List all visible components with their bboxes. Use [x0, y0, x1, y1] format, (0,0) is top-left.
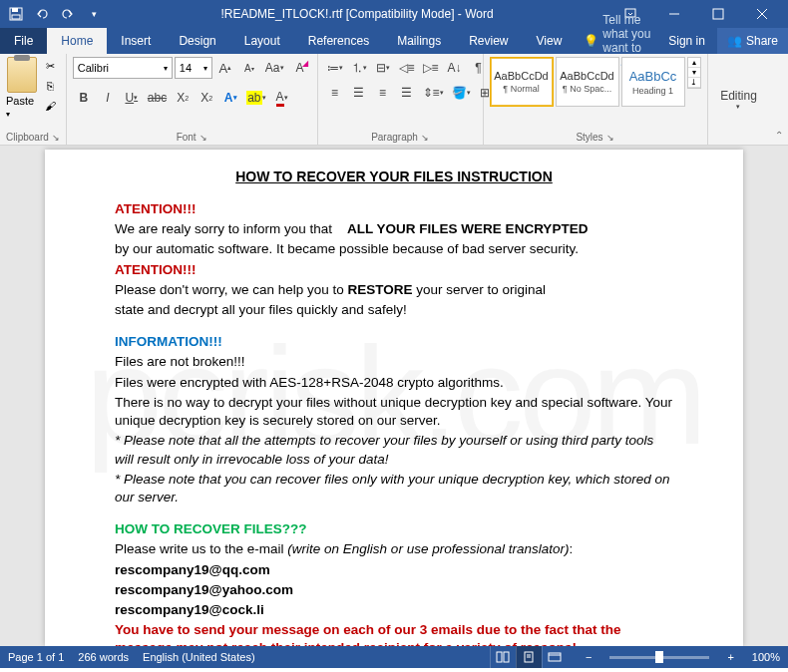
share-button[interactable]: 👥Share — [717, 28, 788, 54]
web-layout-icon[interactable] — [542, 646, 568, 668]
share-icon: 👥 — [727, 34, 742, 48]
shrink-font-icon[interactable]: A▾ — [238, 57, 260, 79]
subscript-button[interactable]: X2 — [172, 87, 194, 109]
save-icon[interactable] — [4, 2, 28, 26]
svg-rect-13 — [549, 653, 561, 661]
italic-button[interactable]: I — [97, 87, 119, 109]
svg-rect-8 — [497, 652, 502, 662]
increase-indent-icon[interactable]: ▷≡ — [420, 57, 442, 79]
decrease-indent-icon[interactable]: ◁≡ — [396, 57, 418, 79]
collapse-ribbon-icon[interactable]: ⌃ — [775, 130, 783, 141]
highlight-icon[interactable]: ab▾ — [243, 87, 268, 109]
justify-icon[interactable]: ☰ — [396, 82, 418, 104]
align-center-icon[interactable]: ☰ — [348, 82, 370, 104]
font-name-select[interactable]: Calibri▾ — [73, 57, 173, 79]
bullets-icon[interactable]: ≔▾ — [324, 57, 346, 79]
tab-mailings[interactable]: Mailings — [383, 28, 455, 54]
font-color-icon[interactable]: A▾ — [271, 87, 293, 109]
doc-heading: HOW TO RECOVER YOUR FILES INSTRUCTION — [115, 168, 673, 186]
status-words[interactable]: 266 words — [78, 651, 129, 663]
styles-scroll[interactable]: ▴▾⤓ — [687, 57, 701, 89]
paste-button[interactable]: Paste ▾ — [6, 95, 38, 119]
page[interactable]: HOW TO RECOVER YOUR FILES INSTRUCTION AT… — [45, 150, 743, 646]
tab-layout[interactable]: Layout — [230, 28, 294, 54]
paragraph-label: Paragraph — [371, 132, 418, 143]
svg-rect-1 — [12, 8, 18, 12]
underline-button[interactable]: U ▾ — [121, 87, 143, 109]
status-language[interactable]: English (United States) — [143, 651, 255, 663]
tab-design[interactable]: Design — [165, 28, 229, 54]
lightbulb-icon: 💡 — [584, 34, 598, 48]
tell-me-search[interactable]: 💡Tell me what you want to do... — [576, 28, 656, 54]
redo-icon[interactable] — [56, 2, 80, 26]
clipboard-launcher-icon[interactable]: ↘ — [52, 133, 60, 143]
paste-icon[interactable] — [7, 57, 37, 93]
format-painter-icon[interactable]: 🖌 — [42, 97, 60, 115]
zoom-in-icon[interactable]: + — [723, 651, 737, 663]
minimize-icon[interactable] — [652, 0, 696, 28]
font-size-select[interactable]: 14▾ — [175, 57, 212, 79]
close-icon[interactable] — [740, 0, 784, 28]
status-page[interactable]: Page 1 of 1 — [8, 651, 64, 663]
print-layout-icon[interactable] — [516, 646, 542, 668]
font-launcher-icon[interactable]: ↘ — [199, 133, 207, 143]
change-case-icon[interactable]: Aa▾ — [262, 57, 287, 79]
style-heading1[interactable]: AaBbCcHeading 1 — [621, 57, 685, 107]
undo-icon[interactable] — [30, 2, 54, 26]
zoom-slider[interactable] — [609, 656, 709, 659]
qat-more-icon[interactable]: ▾ — [82, 2, 106, 26]
copy-icon[interactable]: ⎘ — [42, 77, 60, 95]
tab-view[interactable]: View — [523, 28, 577, 54]
cut-icon[interactable]: ✂ — [42, 57, 60, 75]
tab-home[interactable]: Home — [47, 28, 107, 54]
zoom-level[interactable]: 100% — [752, 651, 780, 663]
tab-review[interactable]: Review — [455, 28, 522, 54]
svg-rect-5 — [713, 9, 723, 19]
tab-references[interactable]: References — [294, 28, 383, 54]
bold-button[interactable]: B — [73, 87, 95, 109]
maximize-icon[interactable] — [696, 0, 740, 28]
read-mode-icon[interactable] — [490, 646, 516, 668]
signin-button[interactable]: Sign in — [656, 28, 717, 54]
styles-label: Styles — [576, 132, 602, 143]
align-left-icon[interactable]: ≡ — [324, 82, 346, 104]
sort-icon[interactable]: A↓ — [444, 57, 466, 79]
line-spacing-icon[interactable]: ⇕≡▾ — [420, 82, 447, 104]
superscript-button[interactable]: X2 — [196, 87, 217, 109]
tab-file[interactable]: File — [0, 28, 47, 54]
clear-formatting-icon[interactable]: A◢ — [289, 57, 311, 79]
editing-menu[interactable]: Editing▾ — [717, 88, 760, 112]
multilevel-icon[interactable]: ⊟▾ — [372, 57, 394, 79]
clipboard-label: Clipboard — [6, 132, 49, 143]
zoom-out-icon[interactable]: − — [582, 651, 595, 663]
shading-icon[interactable]: 🪣▾ — [449, 82, 474, 104]
numbering-icon[interactable]: ⒈▾ — [348, 57, 370, 79]
document-area[interactable]: pcrisk.com HOW TO RECOVER YOUR FILES INS… — [0, 146, 788, 646]
align-right-icon[interactable]: ≡ — [372, 82, 394, 104]
font-label: Font — [177, 132, 197, 143]
tab-insert[interactable]: Insert — [107, 28, 165, 54]
grow-font-icon[interactable]: A▴ — [214, 57, 236, 79]
style-normal[interactable]: AaBbCcDd¶ Normal — [490, 57, 554, 107]
svg-rect-2 — [12, 15, 20, 19]
svg-rect-9 — [504, 652, 509, 662]
style-nospacing[interactable]: AaBbCcDd¶ No Spac... — [556, 57, 619, 107]
text-effects-icon[interactable]: A▾ — [219, 87, 241, 109]
styles-launcher-icon[interactable]: ↘ — [606, 133, 614, 143]
strikethrough-button[interactable]: abc — [145, 87, 170, 109]
window-title: !README_ITLOCK!.rtf [Compatibility Mode]… — [106, 7, 608, 21]
paragraph-launcher-icon[interactable]: ↘ — [421, 133, 429, 143]
